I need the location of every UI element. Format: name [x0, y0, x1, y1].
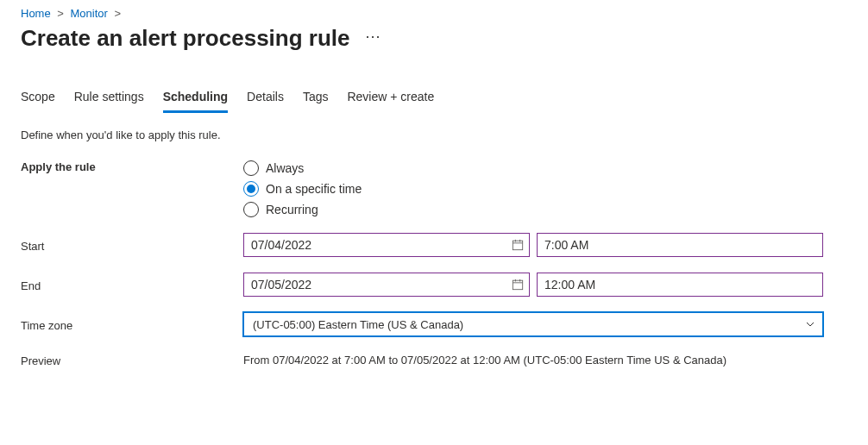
start-date-value: 07/04/2022 — [251, 238, 311, 252]
more-actions-button[interactable]: ··· — [365, 28, 381, 49]
tab-scope[interactable]: Scope — [21, 90, 55, 113]
end-label: End — [21, 277, 243, 292]
tab-scheduling[interactable]: Scheduling — [163, 90, 228, 113]
chevron-right-icon: > — [115, 7, 122, 20]
radio-always[interactable]: Always — [243, 160, 859, 176]
end-time-input[interactable]: 12:00 AM — [537, 273, 823, 297]
tab-tags[interactable]: Tags — [303, 90, 329, 113]
tab-review-create[interactable]: Review + create — [347, 90, 434, 113]
svg-rect-4 — [513, 280, 522, 290]
chevron-down-icon — [805, 319, 815, 329]
scheduling-description: Define when you'd like to apply this rul… — [21, 128, 859, 141]
radio-always-label: Always — [266, 161, 304, 175]
apply-rule-radio-group: Always On a specific time Recurring — [243, 160, 859, 217]
calendar-icon — [512, 279, 524, 291]
radio-icon — [243, 202, 259, 217]
radio-icon — [243, 181, 259, 197]
start-time-input[interactable]: 7:00 AM — [537, 233, 823, 257]
radio-icon — [243, 160, 259, 176]
preview-label: Preview — [21, 352, 243, 367]
end-date-input[interactable]: 07/05/2022 — [243, 273, 530, 297]
radio-specific-label: On a specific time — [266, 182, 362, 196]
svg-rect-0 — [513, 241, 522, 250]
calendar-icon — [512, 239, 524, 251]
start-label: Start — [21, 237, 243, 253]
end-time-value: 12:00 AM — [544, 278, 595, 291]
radio-recurring[interactable]: Recurring — [243, 202, 859, 217]
radio-recurring-label: Recurring — [266, 203, 318, 216]
start-date-input[interactable]: 07/04/2022 — [243, 233, 530, 257]
chevron-right-icon: > — [57, 7, 64, 20]
breadcrumb-monitor[interactable]: Monitor — [71, 7, 108, 20]
breadcrumb: Home > Monitor > — [21, 7, 859, 20]
timezone-label: Time zone — [21, 317, 243, 332]
end-date-value: 07/05/2022 — [251, 278, 311, 291]
apply-rule-label: Apply the rule — [21, 160, 243, 173]
preview-text: From 07/04/2022 at 7:00 AM to 07/05/2022… — [243, 354, 726, 367]
tab-rule-settings[interactable]: Rule settings — [74, 90, 144, 113]
radio-specific-time[interactable]: On a specific time — [243, 181, 859, 197]
timezone-select[interactable]: (UTC-05:00) Eastern Time (US & Canada) — [243, 312, 823, 336]
start-time-value: 7:00 AM — [544, 238, 588, 252]
breadcrumb-home[interactable]: Home — [21, 7, 51, 20]
tab-details[interactable]: Details — [247, 90, 284, 113]
timezone-value: (UTC-05:00) Eastern Time (US & Canada) — [253, 318, 463, 331]
tab-bar: Scope Rule settings Scheduling Details T… — [21, 90, 859, 113]
page-title: Create an alert processing rule — [21, 25, 349, 52]
